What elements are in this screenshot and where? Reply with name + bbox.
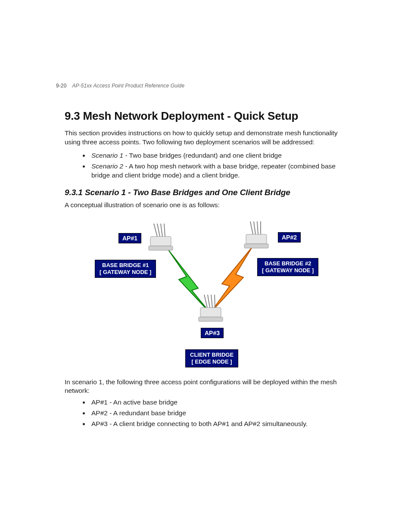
ap2-device-icon	[239, 221, 274, 252]
ap3-device-icon	[194, 295, 228, 325]
ap2-role-box: BASE BRIDGE #2 [ GATEWAY NODE ]	[257, 258, 318, 277]
svg-line-3	[164, 224, 165, 236]
config-list: AP#1 - An active base bridge AP#2 - A re…	[90, 398, 353, 429]
svg-line-2	[161, 224, 162, 236]
svg-rect-16	[200, 308, 221, 317]
list-item: AP#2 - A redundant base bridge	[90, 409, 353, 418]
scenario-desc: - A two hop mesh network with a base bri…	[91, 162, 336, 179]
scenario-list: Scenario 1 - Two base bridges (redundant…	[90, 151, 353, 180]
svg-line-14	[211, 295, 212, 308]
section-heading: 9.3 Mesh Network Deployment - Quick Setu…	[65, 109, 353, 123]
section-intro: This section provides instructions on ho…	[65, 129, 353, 147]
svg-rect-10	[246, 234, 267, 244]
ap2-badge: AP#2	[278, 232, 301, 243]
ap3-badge: AP#3	[201, 328, 224, 338]
page-content: 9.3 Mesh Network Deployment - Quick Setu…	[65, 82, 353, 435]
svg-line-12	[204, 295, 207, 308]
scenario-desc: - Two base bridges (redundant) and one c…	[123, 152, 282, 159]
mesh-topology-figure: AP#1 BASE BRIDGE #1 [ GATEWAY NODE ] AP#…	[93, 215, 325, 374]
svg-line-1	[157, 224, 160, 236]
svg-line-15	[215, 295, 215, 308]
subsection-heading: 9.3.1 Scenario 1 - Two Base Bridges and …	[65, 188, 353, 197]
svg-line-0	[154, 224, 157, 236]
svg-rect-17	[199, 317, 223, 321]
list-item: Scenario 1 - Two base bridges (redundant…	[90, 151, 353, 160]
svg-line-13	[208, 295, 210, 308]
svg-rect-11	[244, 244, 268, 248]
role-line1: BASE BRIDGE #2	[265, 260, 311, 267]
role-line2: [ EDGE NODE ]	[192, 358, 232, 365]
scenario-label: Scenario 2	[91, 162, 123, 170]
ap1-role-box: BASE BRIDGE #1 [ GATEWAY NODE ]	[95, 260, 156, 278]
scenario-label: Scenario 1	[91, 152, 123, 159]
svg-line-6	[250, 221, 253, 234]
post-figure-text: In scenario 1, the following three acces…	[65, 378, 353, 396]
role-line2: [ GATEWAY NODE ]	[100, 269, 151, 275]
svg-line-8	[257, 221, 258, 234]
ap3-role-box: CLIENT BRIDGE [ EDGE NODE ]	[185, 349, 238, 368]
ap1-badge: AP#1	[118, 233, 141, 243]
svg-line-7	[254, 221, 255, 234]
list-item: AP#1 - An active base bridge	[90, 398, 353, 407]
ap1-device-icon	[144, 224, 179, 254]
figure-caption: A conceptual illustration of scenario on…	[65, 201, 353, 210]
svg-rect-5	[149, 246, 173, 250]
list-item: AP#3 - A client bridge connecting to bot…	[90, 420, 353, 429]
role-line1: BASE BRIDGE #1	[102, 262, 149, 268]
svg-rect-4	[150, 236, 171, 246]
role-line1: CLIENT BRIDGE	[190, 352, 234, 358]
list-item: Scenario 2 - A two hop mesh network with…	[90, 162, 353, 180]
role-line2: [ GATEWAY NODE ]	[262, 267, 314, 274]
